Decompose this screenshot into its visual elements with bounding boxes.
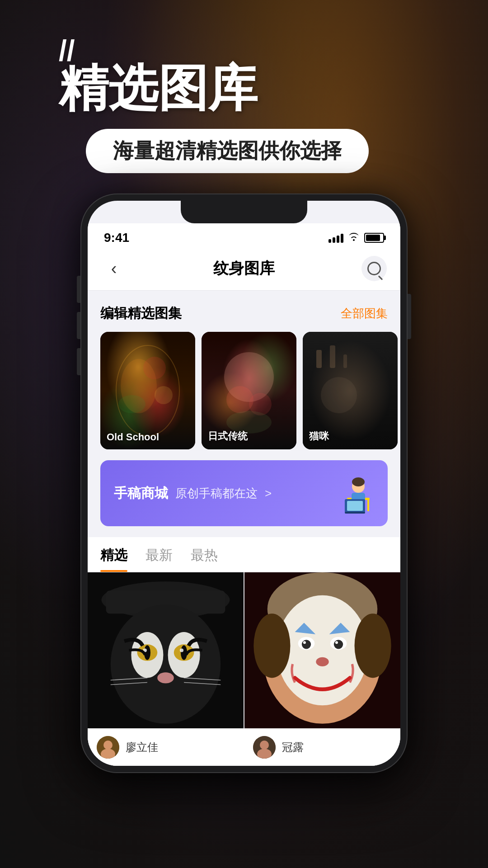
gallery-item-cat[interactable]: 猫咪	[303, 332, 398, 449]
battery-fill	[366, 235, 380, 241]
all-collections-link[interactable]: 全部图集	[341, 306, 388, 321]
signal-bar-2	[333, 237, 335, 243]
image-grid	[88, 572, 400, 728]
gallery-label-3: 猫咪	[309, 429, 329, 443]
manuscript-banner[interactable]: 手稿商城 原创手稿都在这 >	[100, 460, 388, 526]
author-row: 廖立佳 冠露	[88, 728, 400, 766]
signal-bar-3	[337, 236, 339, 243]
author-name-1: 廖立佳	[126, 740, 158, 755]
svg-point-34	[157, 672, 174, 683]
svg-rect-20	[345, 512, 365, 514]
banner-subtitle: 原创手稿都在这	[175, 486, 258, 501]
svg-point-46	[334, 640, 343, 649]
author-name-2: 冠露	[282, 740, 304, 755]
search-button[interactable]	[361, 256, 387, 281]
gallery-row: Old School 日式传统	[88, 332, 400, 449]
author-avatar-icon-2	[253, 736, 276, 759]
phone-mockup: 9:41	[81, 194, 407, 772]
banner-arrow-icon: >	[265, 486, 272, 500]
page-header-title: 精选图库	[59, 61, 488, 115]
section-title: 编辑精选图集	[100, 304, 182, 323]
svg-point-12	[321, 377, 357, 413]
author-avatar-icon-1	[97, 736, 119, 759]
gallery-item-old-school[interactable]: Old School	[100, 332, 195, 449]
svg-rect-14	[367, 498, 369, 511]
svg-point-4	[155, 386, 173, 404]
author-avatar-1	[97, 736, 119, 759]
gallery-label-2: 日式传统	[208, 429, 248, 443]
phone-outer: 9:41	[81, 194, 407, 772]
svg-point-25	[111, 604, 221, 724]
wifi-icon	[348, 232, 360, 244]
svg-point-48	[335, 641, 338, 644]
status-bar: 9:41	[88, 223, 400, 249]
tab-latest[interactable]: 最新	[145, 537, 173, 572]
grid-item-joker[interactable]	[244, 572, 400, 728]
page-header: // 精选图库 海量超清精选图供你选择	[0, 36, 488, 173]
battery-icon	[364, 233, 384, 243]
svg-point-56	[260, 741, 269, 750]
author-avatar-2	[253, 736, 276, 759]
svg-rect-11	[343, 354, 347, 368]
grid-item-tiger[interactable]	[88, 572, 244, 728]
person-illustration-icon	[320, 473, 374, 514]
nav-title: 纹身图库	[213, 258, 275, 279]
subtitle-pill: 海量超清精选图供你选择	[86, 129, 369, 173]
svg-point-3	[118, 395, 145, 413]
status-icons	[328, 232, 384, 244]
svg-point-6	[226, 386, 253, 413]
svg-point-17	[352, 477, 365, 486]
banner-title: 手稿商城	[114, 484, 168, 503]
svg-point-53	[103, 741, 113, 750]
signal-bar-1	[328, 239, 331, 243]
signal-icon	[328, 233, 343, 243]
back-button[interactable]: ‹	[101, 256, 127, 281]
author-item-1[interactable]: 廖立佳	[88, 728, 244, 766]
svg-point-2	[143, 357, 166, 379]
svg-point-50	[253, 613, 290, 678]
svg-point-45	[302, 640, 311, 649]
svg-point-51	[355, 613, 391, 678]
svg-rect-21	[347, 501, 363, 511]
tiger-illustration-icon	[88, 572, 244, 728]
subtitle-text: 海量超清精选图供你选择	[113, 139, 342, 162]
phone-inner: 9:41	[88, 201, 400, 766]
banner-illustration	[320, 473, 374, 514]
tabs-row: 精选 最新 最热	[88, 537, 400, 572]
signal-bar-4	[341, 234, 343, 243]
tab-featured[interactable]: 精选	[100, 537, 127, 572]
joker-illustration-icon	[244, 572, 400, 728]
tab-hottest[interactable]: 最热	[191, 537, 218, 572]
gallery-item-japanese[interactable]: 日式传统	[202, 332, 296, 449]
svg-rect-10	[330, 345, 335, 368]
author-item-2[interactable]: 冠露	[244, 728, 400, 766]
svg-point-33	[180, 648, 183, 652]
gallery-label-1: Old School	[107, 431, 159, 443]
main-content: 编辑精选图集 全部图集	[88, 291, 400, 766]
svg-point-47	[303, 641, 306, 644]
nav-bar: ‹ 纹身图库	[88, 249, 400, 291]
banner-text: 手稿商城 原创手稿都在这 >	[114, 484, 272, 503]
tabs-container: 精选 最新 最热	[88, 537, 400, 572]
status-time: 9:41	[104, 231, 129, 245]
editor-picks-header: 编辑精选图集 全部图集	[88, 304, 400, 332]
phone-notch	[181, 201, 307, 223]
svg-point-49	[316, 657, 328, 666]
search-icon	[367, 262, 381, 275]
svg-rect-9	[316, 350, 322, 368]
back-chevron-icon: ‹	[111, 260, 117, 277]
